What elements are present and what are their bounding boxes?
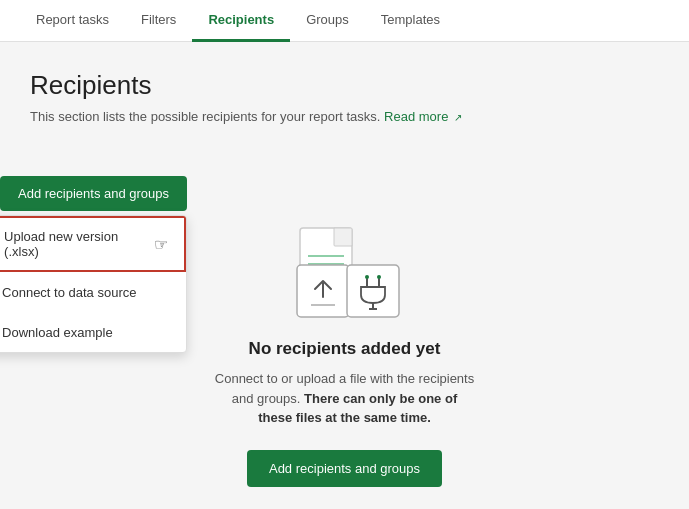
empty-state-title: No recipients added yet — [249, 339, 441, 359]
add-recipients-button[interactable]: Add recipients and groups — [0, 176, 187, 211]
add-button-container: Add recipients and groups Upload new ver… — [0, 176, 187, 211]
tab-groups[interactable]: Groups — [290, 0, 365, 42]
cursor-indicator: ☞ — [154, 235, 168, 254]
empty-state-description: Connect to or upload a file with the rec… — [215, 369, 475, 428]
tab-recipients[interactable]: Recipients — [192, 0, 290, 42]
upload-version-item[interactable]: Upload new version (.xlsx) ☞ — [0, 218, 184, 270]
nav-bar: Report tasks Filters Recipients Groups T… — [0, 0, 689, 42]
tab-templates[interactable]: Templates — [365, 0, 456, 42]
page-title: Recipients — [30, 70, 659, 101]
connect-datasource-item[interactable]: Connect to data source — [0, 272, 186, 312]
tab-filters[interactable]: Filters — [125, 0, 192, 42]
empty-state-illustration — [285, 223, 405, 323]
dropdown-menu: Upload new version (.xlsx) ☞ Connect to … — [0, 215, 187, 353]
svg-rect-4 — [334, 228, 352, 246]
download-example-item[interactable]: Download example — [0, 312, 186, 352]
download-example-label: Download example — [2, 325, 113, 340]
external-link-icon: ↗ — [454, 112, 462, 123]
connect-datasource-label: Connect to data source — [2, 285, 136, 300]
page-subtitle: This section lists the possible recipien… — [30, 109, 659, 124]
svg-point-13 — [365, 275, 369, 279]
upload-version-label: Upload new version (.xlsx) — [4, 229, 144, 259]
main-content: Recipients This section lists the possib… — [0, 42, 689, 509]
read-more-link[interactable]: Read more ↗ — [384, 109, 462, 124]
tab-report-tasks[interactable]: Report tasks — [20, 0, 125, 42]
empty-state-add-button[interactable]: Add recipients and groups — [247, 450, 442, 487]
svg-point-14 — [377, 275, 381, 279]
